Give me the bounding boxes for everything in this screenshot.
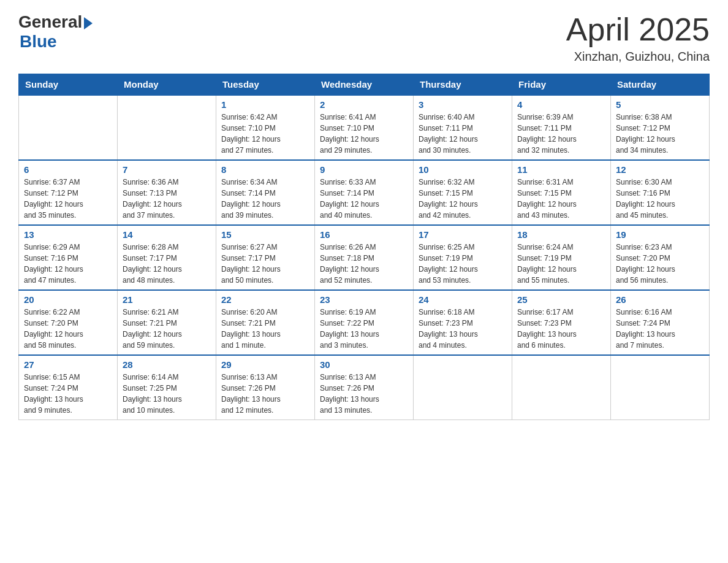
day-number: 9 bbox=[320, 164, 408, 175]
calendar-day-header: Monday bbox=[118, 74, 216, 96]
day-number: 8 bbox=[221, 164, 309, 175]
subtitle: Xinzhan, Guizhou, China bbox=[566, 50, 710, 64]
calendar-day-cell: 21Sunrise: 6:21 AMSunset: 7:21 PMDayligh… bbox=[118, 290, 216, 355]
calendar-day-cell: 29Sunrise: 6:13 AMSunset: 7:26 PMDayligh… bbox=[216, 355, 315, 420]
calendar-day-cell: 4Sunrise: 6:39 AMSunset: 7:11 PMDaylight… bbox=[512, 95, 611, 160]
title-section: April 2025 Xinzhan, Guizhou, China bbox=[566, 12, 710, 64]
day-info: Sunrise: 6:23 AMSunset: 7:20 PMDaylight:… bbox=[616, 242, 704, 286]
day-number: 27 bbox=[24, 359, 112, 370]
day-number: 18 bbox=[517, 229, 605, 240]
logo-general-text: General bbox=[18, 12, 82, 32]
day-info: Sunrise: 6:33 AMSunset: 7:14 PMDaylight:… bbox=[320, 177, 408, 221]
calendar-day-cell: 8Sunrise: 6:34 AMSunset: 7:14 PMDaylight… bbox=[216, 160, 315, 225]
day-info: Sunrise: 6:37 AMSunset: 7:12 PMDaylight:… bbox=[24, 177, 112, 221]
day-number: 20 bbox=[24, 294, 112, 305]
day-number: 2 bbox=[320, 99, 408, 110]
calendar-day-cell bbox=[611, 355, 710, 420]
day-info: Sunrise: 6:38 AMSunset: 7:12 PMDaylight:… bbox=[616, 112, 704, 156]
day-info: Sunrise: 6:16 AMSunset: 7:24 PMDaylight:… bbox=[616, 307, 704, 351]
day-number: 11 bbox=[517, 164, 605, 175]
day-info: Sunrise: 6:26 AMSunset: 7:18 PMDaylight:… bbox=[320, 242, 408, 286]
logo: General Blue bbox=[18, 12, 93, 52]
day-number: 29 bbox=[221, 359, 309, 370]
calendar-day-header: Tuesday bbox=[216, 74, 315, 96]
day-number: 24 bbox=[419, 294, 507, 305]
calendar-day-cell: 22Sunrise: 6:20 AMSunset: 7:21 PMDayligh… bbox=[216, 290, 315, 355]
calendar-day-header: Friday bbox=[512, 74, 611, 96]
calendar-week-row: 6Sunrise: 6:37 AMSunset: 7:12 PMDaylight… bbox=[19, 160, 710, 225]
day-info: Sunrise: 6:32 AMSunset: 7:15 PMDaylight:… bbox=[419, 177, 507, 221]
day-number: 10 bbox=[419, 164, 507, 175]
calendar-week-row: 1Sunrise: 6:42 AMSunset: 7:10 PMDaylight… bbox=[19, 95, 710, 160]
calendar-day-cell bbox=[414, 355, 512, 420]
day-number: 30 bbox=[320, 359, 408, 370]
day-info: Sunrise: 6:30 AMSunset: 7:16 PMDaylight:… bbox=[616, 177, 704, 221]
calendar-day-cell bbox=[19, 95, 118, 160]
calendar-day-cell: 12Sunrise: 6:30 AMSunset: 7:16 PMDayligh… bbox=[611, 160, 710, 225]
day-info: Sunrise: 6:13 AMSunset: 7:26 PMDaylight:… bbox=[320, 372, 408, 416]
calendar-day-cell: 2Sunrise: 6:41 AMSunset: 7:10 PMDaylight… bbox=[315, 95, 414, 160]
calendar-week-row: 27Sunrise: 6:15 AMSunset: 7:24 PMDayligh… bbox=[19, 355, 710, 420]
day-info: Sunrise: 6:17 AMSunset: 7:23 PMDaylight:… bbox=[517, 307, 605, 351]
day-info: Sunrise: 6:36 AMSunset: 7:13 PMDaylight:… bbox=[123, 177, 211, 221]
day-number: 12 bbox=[616, 164, 704, 175]
page-header: General Blue April 2025 Xinzhan, Guizhou… bbox=[18, 12, 710, 64]
day-number: 7 bbox=[123, 164, 211, 175]
day-number: 28 bbox=[123, 359, 211, 370]
calendar-day-cell: 23Sunrise: 6:19 AMSunset: 7:22 PMDayligh… bbox=[315, 290, 414, 355]
calendar-day-cell: 14Sunrise: 6:28 AMSunset: 7:17 PMDayligh… bbox=[118, 225, 216, 290]
calendar-week-row: 13Sunrise: 6:29 AMSunset: 7:16 PMDayligh… bbox=[19, 225, 710, 290]
calendar-table: SundayMondayTuesdayWednesdayThursdayFrid… bbox=[18, 74, 710, 420]
main-title: April 2025 bbox=[566, 12, 710, 47]
logo-triangle-icon bbox=[84, 17, 93, 29]
calendar-week-row: 20Sunrise: 6:22 AMSunset: 7:20 PMDayligh… bbox=[19, 290, 710, 355]
day-number: 14 bbox=[123, 229, 211, 240]
day-number: 6 bbox=[24, 164, 112, 175]
day-info: Sunrise: 6:13 AMSunset: 7:26 PMDaylight:… bbox=[221, 372, 309, 416]
day-info: Sunrise: 6:18 AMSunset: 7:23 PMDaylight:… bbox=[419, 307, 507, 351]
calendar-day-cell: 25Sunrise: 6:17 AMSunset: 7:23 PMDayligh… bbox=[512, 290, 611, 355]
day-info: Sunrise: 6:29 AMSunset: 7:16 PMDaylight:… bbox=[24, 242, 112, 286]
calendar-header-row: SundayMondayTuesdayWednesdayThursdayFrid… bbox=[19, 74, 710, 96]
day-info: Sunrise: 6:41 AMSunset: 7:10 PMDaylight:… bbox=[320, 112, 408, 156]
day-info: Sunrise: 6:34 AMSunset: 7:14 PMDaylight:… bbox=[221, 177, 309, 221]
day-info: Sunrise: 6:19 AMSunset: 7:22 PMDaylight:… bbox=[320, 307, 408, 351]
calendar-day-cell: 18Sunrise: 6:24 AMSunset: 7:19 PMDayligh… bbox=[512, 225, 611, 290]
day-number: 26 bbox=[616, 294, 704, 305]
calendar-day-cell: 6Sunrise: 6:37 AMSunset: 7:12 PMDaylight… bbox=[19, 160, 118, 225]
day-info: Sunrise: 6:31 AMSunset: 7:15 PMDaylight:… bbox=[517, 177, 605, 221]
calendar-day-cell: 3Sunrise: 6:40 AMSunset: 7:11 PMDaylight… bbox=[414, 95, 512, 160]
day-number: 19 bbox=[616, 229, 704, 240]
logo-blue-text: Blue bbox=[20, 32, 57, 52]
calendar-day-cell: 5Sunrise: 6:38 AMSunset: 7:12 PMDaylight… bbox=[611, 95, 710, 160]
calendar-day-cell: 30Sunrise: 6:13 AMSunset: 7:26 PMDayligh… bbox=[315, 355, 414, 420]
day-number: 22 bbox=[221, 294, 309, 305]
calendar-day-cell: 7Sunrise: 6:36 AMSunset: 7:13 PMDaylight… bbox=[118, 160, 216, 225]
day-number: 25 bbox=[517, 294, 605, 305]
day-number: 23 bbox=[320, 294, 408, 305]
day-number: 15 bbox=[221, 229, 309, 240]
day-info: Sunrise: 6:14 AMSunset: 7:25 PMDaylight:… bbox=[123, 372, 211, 416]
calendar-day-header: Sunday bbox=[19, 74, 118, 96]
day-number: 3 bbox=[419, 99, 507, 110]
calendar-day-header: Saturday bbox=[611, 74, 710, 96]
calendar-day-header: Wednesday bbox=[315, 74, 414, 96]
day-info: Sunrise: 6:20 AMSunset: 7:21 PMDaylight:… bbox=[221, 307, 309, 351]
day-number: 17 bbox=[419, 229, 507, 240]
day-number: 4 bbox=[517, 99, 605, 110]
calendar-day-cell bbox=[118, 95, 216, 160]
calendar-day-cell: 27Sunrise: 6:15 AMSunset: 7:24 PMDayligh… bbox=[19, 355, 118, 420]
calendar-day-cell: 10Sunrise: 6:32 AMSunset: 7:15 PMDayligh… bbox=[414, 160, 512, 225]
calendar-day-cell: 15Sunrise: 6:27 AMSunset: 7:17 PMDayligh… bbox=[216, 225, 315, 290]
calendar-day-cell: 26Sunrise: 6:16 AMSunset: 7:24 PMDayligh… bbox=[611, 290, 710, 355]
day-info: Sunrise: 6:27 AMSunset: 7:17 PMDaylight:… bbox=[221, 242, 309, 286]
day-number: 16 bbox=[320, 229, 408, 240]
day-info: Sunrise: 6:39 AMSunset: 7:11 PMDaylight:… bbox=[517, 112, 605, 156]
calendar-day-cell: 19Sunrise: 6:23 AMSunset: 7:20 PMDayligh… bbox=[611, 225, 710, 290]
calendar-day-cell: 1Sunrise: 6:42 AMSunset: 7:10 PMDaylight… bbox=[216, 95, 315, 160]
day-info: Sunrise: 6:40 AMSunset: 7:11 PMDaylight:… bbox=[419, 112, 507, 156]
calendar-day-cell: 16Sunrise: 6:26 AMSunset: 7:18 PMDayligh… bbox=[315, 225, 414, 290]
day-info: Sunrise: 6:25 AMSunset: 7:19 PMDaylight:… bbox=[419, 242, 507, 286]
day-number: 21 bbox=[123, 294, 211, 305]
day-info: Sunrise: 6:28 AMSunset: 7:17 PMDaylight:… bbox=[123, 242, 211, 286]
